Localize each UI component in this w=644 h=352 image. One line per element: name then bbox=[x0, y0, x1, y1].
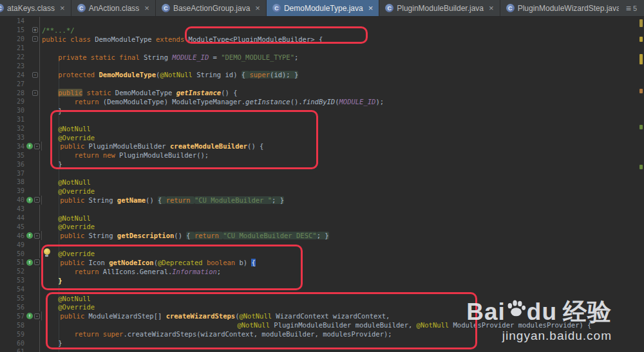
line-number: 58 bbox=[0, 322, 26, 329]
gutter bbox=[26, 44, 40, 53]
override-marker-icon[interactable]: ↑ bbox=[26, 143, 33, 149]
code-line[interactable]: 44 @NotNull bbox=[0, 214, 644, 223]
code-token: /**...*/ bbox=[42, 26, 75, 34]
fold-marker-icon[interactable]: - bbox=[34, 233, 40, 239]
error-stripe-mark[interactable] bbox=[639, 165, 643, 169]
code-line[interactable]: 37 bbox=[0, 169, 644, 178]
editor-tab[interactable]: CataKeys.class× bbox=[0, 0, 71, 16]
fold-marker-icon[interactable]: - bbox=[32, 72, 38, 78]
code-line[interactable]: 54 bbox=[0, 285, 644, 294]
line-number: 23 bbox=[0, 62, 26, 69]
line-number: 44 bbox=[0, 214, 26, 221]
code-line[interactable]: 56 @Override bbox=[0, 303, 644, 312]
fold-marker-icon[interactable]: - bbox=[32, 90, 38, 96]
code-text: public PluginModuleBuilder createModuleB… bbox=[42, 142, 263, 150]
fold-marker-icon[interactable]: - bbox=[34, 259, 40, 265]
code-text: } bbox=[40, 160, 62, 168]
override-marker-icon[interactable]: ↑ bbox=[26, 313, 33, 319]
gutter bbox=[26, 303, 40, 312]
error-stripe-mark[interactable] bbox=[639, 54, 643, 64]
fold-marker-icon[interactable]: - bbox=[34, 144, 40, 149]
code-line[interactable]: 14 bbox=[0, 17, 644, 26]
override-marker-icon[interactable]: ↑ bbox=[26, 232, 33, 239]
code-line[interactable]: 49 bbox=[0, 240, 644, 249]
code-line[interactable]: 43 bbox=[0, 205, 644, 214]
code-line[interactable]: 58 @NotNull PluginModuleBuilder moduleBu… bbox=[0, 320, 644, 329]
code-line[interactable]: 52 return AllIcons.General.Information; bbox=[0, 267, 644, 276]
code-line[interactable]: 21 bbox=[0, 44, 644, 53]
editor-tab[interactable]: CDemoModuleType.java× bbox=[267, 0, 379, 16]
code-text: } bbox=[40, 107, 62, 115]
code-editor[interactable]: 1415+/**...*/20-public class DemoModuleT… bbox=[0, 17, 644, 352]
code-line[interactable]: 36 } bbox=[0, 160, 644, 169]
fold-marker-icon[interactable]: - bbox=[34, 313, 40, 319]
code-line[interactable]: 33 @Override bbox=[0, 133, 644, 142]
code-line[interactable]: 20-public class DemoModuleType extends M… bbox=[0, 35, 644, 44]
line-number: 30 bbox=[0, 107, 26, 114]
code-line[interactable]: 28- public static DemoModuleType getInst… bbox=[0, 88, 644, 97]
error-stripe-mark[interactable] bbox=[639, 19, 643, 27]
tab-close-icon[interactable]: × bbox=[144, 4, 149, 12]
fold-marker-icon[interactable]: - bbox=[32, 36, 38, 42]
code-line[interactable]: 57↑- public ModuleWizardStep[] createWiz… bbox=[0, 311, 644, 320]
code-token: @NotNull bbox=[237, 321, 270, 329]
code-line[interactable]: 61 bbox=[0, 347, 644, 352]
line-number: 33 bbox=[0, 134, 26, 141]
code-line[interactable]: 45 @Override bbox=[0, 222, 644, 231]
code-line[interactable]: 22 private static final String MODULE_ID… bbox=[0, 53, 644, 62]
code-text: return super.createWizardSteps(wizardCon… bbox=[40, 330, 392, 338]
code-line[interactable]: 60 } bbox=[0, 338, 644, 347]
code-line[interactable]: 29 return (DemoModuleType) ModuleTypeMan… bbox=[0, 97, 644, 106]
code-text: public ModuleWizardStep[] createWizardSt… bbox=[42, 312, 390, 320]
override-marker-icon[interactable]: ↑ bbox=[26, 197, 33, 203]
code-token: public bbox=[58, 89, 82, 97]
code-line[interactable]: 30 } bbox=[0, 106, 644, 115]
code-line[interactable]: 38 @NotNull bbox=[0, 178, 644, 187]
tab-close-icon[interactable]: × bbox=[60, 4, 65, 12]
line-number: 61 bbox=[0, 348, 26, 352]
code-token: public bbox=[44, 232, 89, 239]
gutter bbox=[26, 320, 40, 329]
code-token: () { bbox=[221, 89, 237, 97]
code-text: public class DemoModuleType extends Modu… bbox=[40, 35, 323, 43]
code-token: String bbox=[89, 196, 117, 204]
code-line[interactable]: 15+/**...*/ bbox=[0, 26, 644, 35]
code-line[interactable]: 31 bbox=[0, 115, 644, 124]
code-line[interactable]: 34↑- public PluginModuleBuilder createMo… bbox=[0, 142, 644, 151]
line-number: 38 bbox=[0, 178, 26, 185]
fold-marker-icon[interactable]: + bbox=[32, 27, 38, 33]
code-line[interactable]: 50 @Override bbox=[0, 249, 644, 258]
line-number: 43 bbox=[0, 205, 26, 212]
fold-marker-icon[interactable]: - bbox=[34, 197, 40, 203]
gutter bbox=[26, 222, 40, 231]
tab-close-icon[interactable]: × bbox=[255, 4, 260, 12]
code-line[interactable]: 55 @NotNull bbox=[0, 294, 644, 303]
editor-tab[interactable]: CPluginModuleBuilder.java× bbox=[379, 0, 500, 16]
tab-close-icon[interactable]: × bbox=[489, 4, 494, 12]
code-text: @NotNull bbox=[40, 178, 91, 186]
code-line[interactable]: 39 @Override bbox=[0, 187, 644, 196]
code-line[interactable]: 59 return super.createWizardSteps(wizard… bbox=[0, 329, 644, 338]
code-line[interactable]: 51↑- public Icon getNodeIcon(@Deprecated… bbox=[0, 258, 644, 267]
error-stripe-mark[interactable] bbox=[639, 37, 643, 42]
code-line[interactable]: 27 bbox=[0, 79, 644, 88]
editor-tab[interactable]: CBaseActionGroup.java× bbox=[156, 0, 267, 16]
code-text: protected DemoModuleType(@NotNull String… bbox=[40, 71, 298, 79]
code-token: () bbox=[174, 232, 186, 239]
code-line[interactable]: 24- protected DemoModuleType(@NotNull St… bbox=[0, 70, 644, 79]
code-line[interactable]: 40↑- public String getName() { return "C… bbox=[0, 196, 644, 205]
hidden-tabs-icon: ≡ bbox=[626, 4, 631, 13]
editor-tab[interactable]: CAnAction.class× bbox=[71, 0, 156, 16]
code-line[interactable]: 32 @NotNull bbox=[0, 124, 644, 133]
code-line[interactable]: 35 return new PluginModuleBuilder(); bbox=[0, 151, 644, 160]
tab-close-icon[interactable]: × bbox=[368, 4, 374, 12]
code-line[interactable]: 53 } bbox=[0, 276, 644, 285]
hidden-tabs-control[interactable]: ≡ 5 bbox=[619, 0, 644, 16]
error-stripe-mark[interactable] bbox=[639, 89, 643, 93]
override-marker-icon[interactable]: ↑ bbox=[26, 259, 33, 266]
code-line[interactable]: 46↑- public String getDescription() { re… bbox=[0, 231, 644, 240]
code-line[interactable]: 23 bbox=[0, 61, 644, 70]
code-token: getInstance bbox=[245, 98, 290, 106]
editor-tab[interactable]: CPluginModuleWizardStep.java× bbox=[500, 0, 619, 16]
error-stripe-mark[interactable] bbox=[639, 125, 643, 129]
